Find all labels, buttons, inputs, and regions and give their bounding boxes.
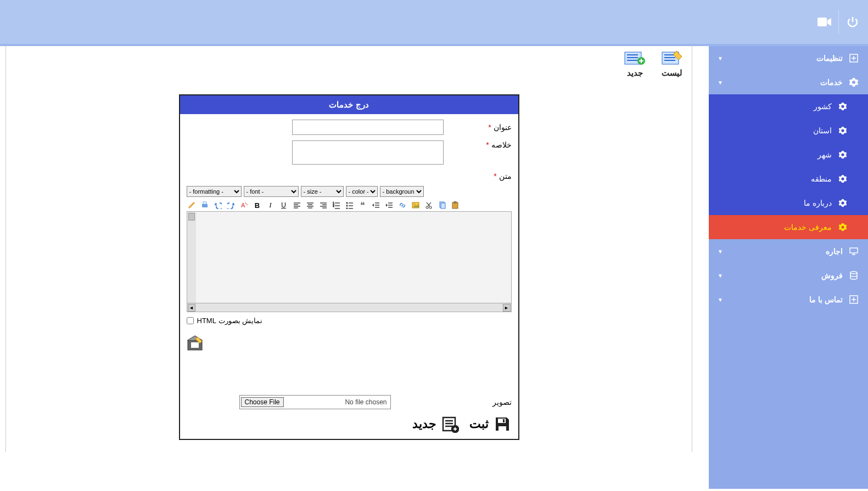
ordered-list-icon[interactable]: 12 (332, 200, 341, 210)
database-icon (848, 270, 859, 281)
sidebar-label: استان (813, 126, 832, 135)
select-background[interactable]: - background - (380, 186, 424, 197)
select-size[interactable]: - size - (301, 186, 344, 197)
caret-down-icon: ▼ (718, 249, 723, 255)
align-left-icon[interactable] (292, 200, 302, 210)
caret-down-icon: ▼ (718, 297, 723, 303)
sidebar-item-intro-services[interactable]: معرفی خدمات (709, 215, 868, 239)
sidebar-label: فروش (821, 271, 843, 280)
outdent-icon[interactable] (371, 200, 381, 210)
gear-icon (837, 222, 848, 233)
row-summary: خلاصه * (187, 140, 512, 166)
gear-icon (848, 77, 859, 88)
italic-icon[interactable]: I (266, 200, 276, 210)
cut-icon[interactable] (424, 200, 434, 210)
svg-rect-23 (454, 201, 456, 203)
svg-rect-27 (499, 426, 506, 431)
select-formatting[interactable]: - formatting - (187, 186, 242, 197)
sidebar-item-country[interactable]: کشور (709, 94, 868, 118)
sidebar-label: اجاره (826, 247, 843, 256)
label-title: عنوان * (473, 123, 512, 132)
horizontal-scrollbar[interactable]: ◄ ► (187, 303, 512, 312)
sidebar-item-contact[interactable]: تماس با ما ▼ (709, 287, 868, 312)
new-label: جدید (412, 417, 436, 431)
svg-point-18 (426, 206, 428, 208)
save-icon (493, 415, 512, 433)
file-chooser[interactable]: Choose File No file chosen (239, 395, 391, 409)
paste-icon[interactable] (450, 200, 460, 210)
action-label: جدید (624, 68, 646, 78)
gear-icon (837, 173, 848, 184)
svg-point-17 (413, 204, 415, 206)
align-center-icon[interactable] (305, 200, 315, 210)
gear-icon (837, 149, 848, 160)
action-list[interactable]: لیست (661, 50, 683, 78)
select-font[interactable]: - font - (244, 186, 299, 197)
input-title[interactable] (292, 120, 444, 135)
scroll-left-icon[interactable]: ◄ (188, 304, 195, 312)
svg-point-15 (346, 208, 347, 209)
editor-toolbar: A B I U 12 ❝ (187, 199, 512, 211)
row-title: عنوان * (187, 120, 512, 135)
svg-rect-22 (452, 202, 458, 208)
bottom-actions: ثبت جدید (187, 415, 512, 433)
print-icon[interactable] (200, 200, 210, 210)
action-new[interactable]: جدید (624, 50, 646, 78)
indent-icon[interactable] (384, 200, 394, 210)
sidebar-item-about[interactable]: درباره ما (709, 191, 868, 215)
list-add-icon (624, 50, 646, 66)
caret-down-icon: ▼ (718, 55, 723, 61)
sidebar-item-rent[interactable]: اجاره ▼ (709, 239, 868, 263)
top-bar (0, 0, 868, 46)
power-icon[interactable] (838, 10, 863, 34)
layout: تنظیمات ▼ خدمات ▼ کشور استان شهر منطقه د… (0, 46, 868, 489)
row-image: تصویر Choose File No file chosen (187, 395, 512, 409)
sidebar-item-sale[interactable]: فروش ▼ (709, 263, 868, 287)
copy-icon[interactable] (437, 200, 447, 210)
sidebar-item-region[interactable]: منطقه (709, 167, 868, 191)
submit-button[interactable]: ثبت (469, 415, 512, 433)
video-icon[interactable] (811, 10, 835, 34)
image-icon[interactable] (411, 200, 421, 210)
clear-format-icon[interactable] (187, 200, 197, 210)
file-chosen-text: No file chosen (285, 398, 390, 406)
sidebar: تنظیمات ▼ خدمات ▼ کشور استان شهر منطقه د… (709, 46, 868, 489)
choose-file-button[interactable]: Choose File (241, 397, 284, 407)
redo-icon[interactable] (226, 200, 236, 210)
new-button[interactable]: جدید (412, 415, 460, 433)
plus-box-icon (848, 53, 859, 64)
remove-format-icon[interactable]: A (239, 200, 249, 210)
align-right-icon[interactable] (318, 200, 328, 210)
svg-rect-8 (202, 204, 208, 207)
sidebar-label: درباره ما (804, 199, 832, 207)
svg-point-13 (346, 202, 347, 204)
sidebar-label: تنظیمات (816, 54, 843, 63)
monitor-icon (848, 246, 859, 257)
sidebar-item-settings[interactable]: تنظیمات ▼ (709, 46, 868, 70)
scroll-right-icon[interactable]: ► (503, 304, 511, 312)
unordered-list-icon[interactable] (345, 200, 355, 210)
sidebar-label: منطقه (811, 174, 832, 183)
select-color[interactable]: - color - (346, 186, 378, 197)
row-text-label: متن * (187, 172, 512, 180)
undo-icon[interactable] (213, 200, 223, 210)
underline-icon[interactable]: U (279, 200, 289, 210)
sidebar-item-city[interactable]: شهر (709, 143, 868, 167)
svg-point-14 (346, 205, 347, 206)
sidebar-item-services[interactable]: خدمات ▼ (709, 70, 868, 94)
save-draft-icon[interactable] (187, 335, 203, 351)
link-icon[interactable] (397, 200, 407, 210)
sidebar-item-province[interactable]: استان (709, 118, 868, 143)
caret-down-icon: ▼ (718, 273, 723, 279)
bold-icon[interactable]: B (253, 200, 262, 210)
vertical-scrollbar[interactable] (187, 212, 196, 303)
quote-icon[interactable]: ❝ (358, 200, 368, 210)
editor-textarea[interactable] (187, 211, 512, 303)
input-summary[interactable] (292, 140, 444, 165)
svg-point-19 (429, 206, 432, 208)
label-text: متن * (473, 172, 512, 180)
svg-rect-21 (441, 203, 445, 208)
label-html-view: نمایش بصورت HTML (197, 317, 263, 325)
checkbox-html-view[interactable] (187, 317, 194, 324)
sidebar-label: تماس با ما (809, 295, 843, 304)
